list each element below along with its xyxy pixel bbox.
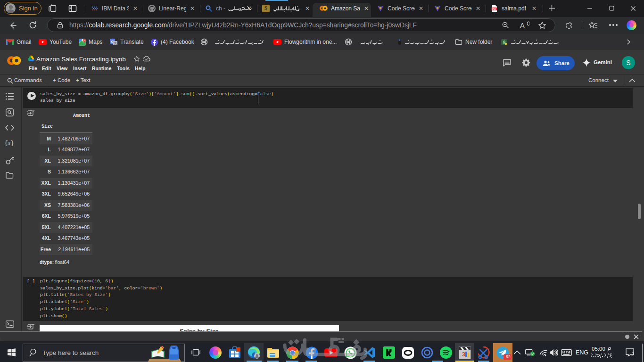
svg-text:PDF: PDF	[492, 8, 496, 10]
svg-text:文: 文	[114, 41, 117, 45]
svg-text:3: 3	[462, 351, 465, 358]
